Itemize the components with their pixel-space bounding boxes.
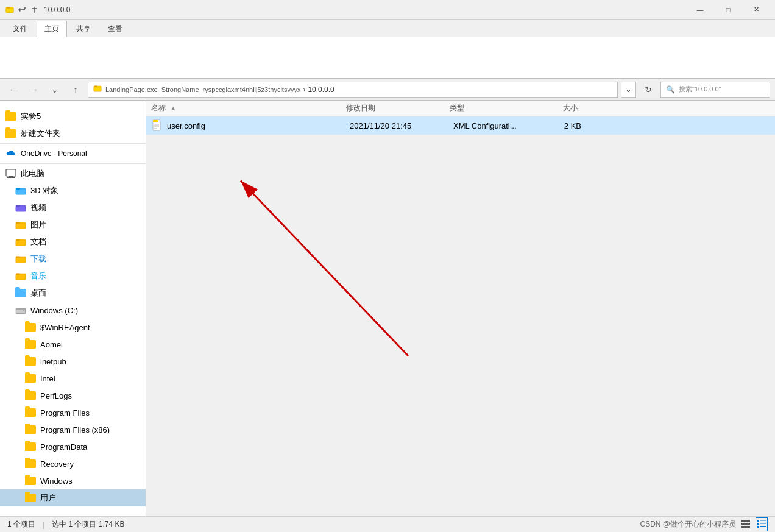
- file-list-header: 名称 ▲ 修改日期 类型 大小: [146, 101, 775, 116]
- close-button[interactable]: ✕: [742, 0, 770, 20]
- col-header-date[interactable]: 修改日期: [346, 103, 450, 113]
- svg-rect-12: [16, 190, 26, 194]
- undo-icon[interactable]: [17, 5, 27, 15]
- svg-rect-27: [16, 275, 26, 280]
- sidebar-item-intel[interactable]: Intel: [0, 370, 146, 387]
- file-row-userconfig[interactable]: user.config 2021/11/20 21:45 XML Configu…: [146, 116, 775, 135]
- sidebar-item-desktop[interactable]: 桌面: [0, 285, 146, 302]
- col-header-name[interactable]: 名称 ▲: [151, 103, 346, 113]
- sidebar-item-label: 音乐: [30, 271, 46, 282]
- cloud-icon: [5, 147, 17, 160]
- tab-file[interactable]: 文件: [5, 21, 35, 37]
- address-part2: 10.0.0.0: [308, 85, 334, 94]
- selected-info: 选中 1 个项目 1.74 KB: [52, 519, 124, 530]
- file-date: 2021/11/20 21:45: [350, 121, 453, 130]
- sidebar-item-windows[interactable]: Windows: [0, 472, 146, 489]
- drive-c-icon: [15, 304, 27, 316]
- svg-rect-2: [7, 7, 10, 8]
- forward-button[interactable]: →: [26, 81, 43, 98]
- svg-rect-49: [760, 526, 766, 527]
- sidebar-item-programdata[interactable]: ProgramData: [0, 438, 146, 455]
- sidebar-item-perflogs[interactable]: PerfLogs: [0, 387, 146, 404]
- ribbon-tabs: 文件 主页 共享 查看: [0, 20, 775, 37]
- search-field[interactable]: 🔍 搜索"10.0.0.0": [660, 82, 770, 98]
- sidebar-item-users[interactable]: 用户: [0, 489, 146, 506]
- folder-icon: [24, 389, 37, 402]
- folder-icon: [24, 321, 37, 333]
- back-button[interactable]: ←: [5, 81, 22, 98]
- folder-icon: [24, 406, 37, 419]
- sidebar-item-programfilesx86[interactable]: Program Files (x86): [0, 421, 146, 438]
- search-placeholder: 搜索"10.0.0.0": [679, 85, 721, 94]
- sidebar-item-pc[interactable]: 此电脑: [0, 165, 146, 182]
- sidebar-item-label: Program Files: [40, 408, 90, 417]
- svg-rect-1: [6, 8, 13, 12]
- file-list-container: 名称 ▲ 修改日期 类型 大小: [146, 101, 775, 516]
- sidebar-item-docs[interactable]: 文档: [0, 233, 146, 250]
- detail-view-icon[interactable]: [756, 517, 768, 531]
- list-view-icon[interactable]: [741, 519, 751, 530]
- svg-rect-24: [16, 258, 26, 263]
- file-size: 2 KB: [533, 121, 581, 130]
- svg-rect-43: [741, 526, 750, 528]
- status-right: CSDN @做个开心的小程序员: [640, 517, 768, 531]
- sidebar-item-label: inetpub: [40, 357, 66, 366]
- sidebar-item-programfiles[interactable]: Program Files: [0, 404, 146, 421]
- item-count: 1 个项目: [7, 519, 35, 530]
- refresh-button[interactable]: ↻: [640, 81, 657, 98]
- sidebar-item-pics[interactable]: 图片: [0, 216, 146, 233]
- sidebar-item-label: Windows: [40, 477, 73, 486]
- sidebar-item-newfolder[interactable]: 新建文件夹: [0, 125, 146, 142]
- sidebar-item-aomei[interactable]: Aomei: [0, 336, 146, 353]
- window-title: 10.0.0.0: [44, 5, 686, 14]
- svg-rect-47: [760, 523, 766, 524]
- tab-share[interactable]: 共享: [68, 21, 99, 37]
- expand-button[interactable]: ⌄: [46, 81, 63, 98]
- svg-rect-46: [757, 523, 759, 525]
- minimize-button[interactable]: —: [686, 0, 714, 20]
- sidebar-item-3d[interactable]: 3D 对象: [0, 182, 146, 199]
- sidebar-item-winreagent[interactable]: $WinREAgent: [0, 319, 146, 336]
- svg-rect-22: [16, 239, 20, 241]
- sidebar-item-drive-c[interactable]: Windows (C:): [0, 302, 146, 319]
- svg-rect-21: [16, 241, 26, 246]
- address-bar: ← → ⌄ ↑ LandingPage.exe_StrongName_ryspc…: [0, 79, 775, 101]
- folder-pics-icon: [15, 219, 27, 231]
- address-field[interactable]: LandingPage.exe_StrongName_ryspccglaxmt4…: [88, 82, 618, 98]
- svg-rect-48: [757, 526, 759, 528]
- sidebar-item-label: 3D 对象: [30, 185, 58, 196]
- tab-view[interactable]: 查看: [100, 21, 130, 37]
- sidebar-item-label: OneDrive - Personal: [21, 149, 87, 158]
- sidebar-item-label: 用户: [40, 492, 56, 503]
- search-icon: 🔍: [666, 85, 675, 94]
- sidebar-item-music[interactable]: 音乐: [0, 268, 146, 285]
- svg-rect-16: [16, 205, 20, 207]
- svg-rect-9: [9, 176, 13, 177]
- folder-icon: [24, 355, 37, 367]
- sidebar-item-inetpub[interactable]: inetpub: [0, 353, 146, 370]
- sidebar-item-video[interactable]: 视频: [0, 199, 146, 216]
- sidebar-item-lab5[interactable]: 实验5: [0, 108, 146, 125]
- folder-icon: [24, 372, 37, 385]
- file-name: user.config: [167, 121, 350, 130]
- quick-access-icon[interactable]: [5, 5, 15, 15]
- sidebar-item-downloads[interactable]: 下载: [0, 250, 146, 268]
- pin-icon[interactable]: [29, 5, 39, 15]
- svg-rect-6: [94, 87, 101, 91]
- address-icon: [93, 84, 102, 94]
- ribbon-content: [0, 37, 775, 78]
- window-controls: — □ ✕: [686, 0, 770, 20]
- svg-point-31: [23, 310, 24, 311]
- col-header-type[interactable]: 类型: [450, 103, 529, 113]
- sidebar-item-recovery[interactable]: Recovery: [0, 455, 146, 472]
- tab-home[interactable]: 主页: [37, 21, 67, 37]
- up-button[interactable]: ↑: [67, 81, 84, 98]
- file-list: user.config 2021/11/20 21:45 XML Configu…: [146, 116, 775, 135]
- maximize-button[interactable]: □: [714, 0, 742, 20]
- svg-rect-18: [16, 224, 26, 229]
- address-dropdown-button[interactable]: ⌄: [621, 82, 636, 98]
- svg-rect-10: [7, 177, 15, 178]
- sidebar-item-onedrive[interactable]: OneDrive - Personal: [0, 145, 146, 162]
- col-header-size[interactable]: 大小: [529, 103, 578, 113]
- svg-rect-25: [16, 257, 20, 258]
